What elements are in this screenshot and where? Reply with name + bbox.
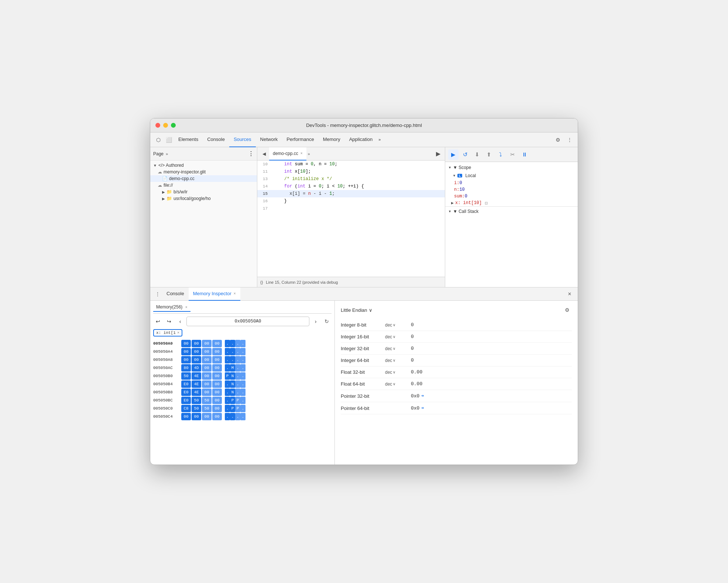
hex-byte[interactable]: 00 xyxy=(181,356,191,363)
tab-performance[interactable]: Performance xyxy=(282,132,318,147)
sidebar-item-usr[interactable]: ▶ 📁 usr/local/google/ho xyxy=(150,195,257,202)
hex-byte[interactable]: 00 xyxy=(202,356,212,363)
bottom-panel-close[interactable]: × xyxy=(564,289,575,299)
inspector-icon[interactable]: ⬜ xyxy=(164,135,174,145)
hex-byte[interactable]: 50 xyxy=(192,405,201,412)
hex-char[interactable]: . xyxy=(230,356,235,363)
hex-byte[interactable]: 80 xyxy=(181,364,191,372)
scope-header[interactable]: ▼ ▼ Scope xyxy=(445,163,578,172)
sidebar-item-file[interactable]: ☁ file:// xyxy=(150,182,257,189)
hex-char[interactable]: N xyxy=(230,380,235,388)
hex-char[interactable]: . xyxy=(240,397,245,404)
sidebar-item-authored[interactable]: ▼ </> Authored xyxy=(150,162,257,169)
hex-char[interactable]: . xyxy=(240,372,245,380)
hex-char[interactable]: P xyxy=(230,405,235,412)
cursor-icon[interactable]: ⬡ xyxy=(153,135,164,145)
hex-char[interactable]: M xyxy=(230,364,235,372)
hex-byte[interactable]: 50 xyxy=(202,397,212,404)
deactivate-button[interactable]: ✂ xyxy=(507,149,518,160)
mem-nav-prev[interactable]: ‹ xyxy=(175,317,185,326)
minimize-button[interactable] xyxy=(163,123,168,128)
pause-button[interactable]: ⏸ xyxy=(519,149,529,160)
maximize-button[interactable] xyxy=(171,123,176,128)
more-tabs-button[interactable]: » xyxy=(377,132,382,147)
tab-network[interactable]: Network xyxy=(256,132,282,147)
hex-byte[interactable]: 00 xyxy=(192,340,201,347)
sidebar-options-icon[interactable]: ⋮ xyxy=(248,150,254,157)
tab-application[interactable]: Application xyxy=(345,132,377,147)
hex-char[interactable]: P xyxy=(230,397,235,404)
run-button[interactable]: ▶ xyxy=(433,149,443,159)
tab-sources[interactable]: Sources xyxy=(229,132,256,147)
mem-value-format-select[interactable]: dec ∨ xyxy=(385,358,411,363)
follow-pointer-icon[interactable]: ➜ xyxy=(421,393,424,399)
hex-char[interactable]: . xyxy=(235,356,240,363)
hex-char[interactable]: . xyxy=(225,348,230,355)
hex-char[interactable]: . xyxy=(225,340,230,347)
follow-pointer-icon[interactable]: ➜ xyxy=(421,405,424,411)
hex-char[interactable]: N xyxy=(230,372,235,380)
sidebar-item-democpp[interactable]: 📄 demo-cpp.cc xyxy=(150,175,257,182)
mem-refresh-button[interactable]: ↻ xyxy=(322,317,332,326)
tab-memory[interactable]: Memory xyxy=(319,132,345,147)
local-header[interactable]: ▼ L Local xyxy=(445,172,578,180)
hex-byte[interactable]: 00 xyxy=(202,380,212,388)
hex-char[interactable]: . xyxy=(225,389,230,396)
mem-address-input[interactable] xyxy=(186,317,309,326)
code-tabs-more[interactable]: » xyxy=(306,152,312,156)
hex-char[interactable]: . xyxy=(225,413,230,420)
hex-byte[interactable]: 00 xyxy=(212,397,222,404)
memory-tab[interactable]: Memory(256) × xyxy=(153,304,190,312)
mem-value-format-select[interactable]: dec ∨ xyxy=(385,334,411,339)
tab-console-bottom[interactable]: Console xyxy=(162,287,189,301)
hex-char[interactable]: . xyxy=(230,413,235,420)
hex-char[interactable]: . xyxy=(240,364,245,372)
close-button[interactable] xyxy=(155,123,160,128)
hex-char[interactable]: P xyxy=(225,372,230,380)
hex-char[interactable]: . xyxy=(225,356,230,363)
hex-byte[interactable]: 50 xyxy=(192,397,201,404)
scope-item-x[interactable]: ▶ x: int[10] ⊡ xyxy=(445,200,578,206)
hex-byte[interactable]: C8 xyxy=(181,405,191,412)
hex-byte[interactable]: 4E xyxy=(192,380,201,388)
step-out-button[interactable]: ⬆ xyxy=(484,149,494,160)
hex-byte[interactable]: 00 xyxy=(181,413,191,420)
hex-char[interactable]: N xyxy=(230,389,235,396)
hex-char[interactable]: . xyxy=(235,413,240,420)
hex-char[interactable]: P xyxy=(235,397,240,404)
hex-byte[interactable]: 00 xyxy=(212,389,222,396)
memory-inspector-tab-close[interactable]: × xyxy=(234,292,236,296)
hex-char[interactable]: . xyxy=(240,340,245,347)
code-tab-close[interactable]: × xyxy=(301,151,303,155)
hex-char[interactable]: . xyxy=(240,389,245,396)
hex-char[interactable]: . xyxy=(240,413,245,420)
hex-char[interactable]: . xyxy=(225,405,230,412)
hex-byte[interactable]: 00 xyxy=(202,413,212,420)
hex-char[interactable]: . xyxy=(235,340,240,347)
sidebar-item-memory-inspector[interactable]: ☁ memory-inspector.glit xyxy=(150,169,257,175)
hex-byte[interactable]: E0 xyxy=(181,397,191,404)
hex-byte[interactable]: 50 xyxy=(181,372,191,380)
mem-nav-back[interactable]: ↩ xyxy=(153,317,163,326)
hex-char[interactable]: . xyxy=(240,380,245,388)
hex-byte[interactable]: 00 xyxy=(212,340,222,347)
hex-byte[interactable]: E0 xyxy=(181,389,191,396)
code-tab-democpp[interactable]: demo-cpp.cc × xyxy=(269,147,306,161)
hex-char[interactable]: . xyxy=(235,364,240,372)
hex-byte[interactable]: 4D xyxy=(192,364,201,372)
more-options-icon[interactable]: ⋮ xyxy=(564,135,575,145)
hex-char[interactable]: . xyxy=(225,397,230,404)
hex-byte[interactable]: 00 xyxy=(212,372,222,380)
mem-nav-next[interactable]: › xyxy=(311,317,320,326)
hex-byte[interactable]: 00 xyxy=(202,348,212,355)
hex-char[interactable]: . xyxy=(230,340,235,347)
call-stack-header[interactable]: ▼ ▼ Call Stack xyxy=(445,206,578,216)
tab-elements[interactable]: Elements xyxy=(174,132,203,147)
memory-tab-close[interactable]: × xyxy=(185,305,188,309)
step-over-button[interactable]: ↺ xyxy=(460,149,470,160)
sidebar-more[interactable]: » xyxy=(166,152,168,156)
settings-icon[interactable]: ⚙ xyxy=(553,135,563,145)
hex-char[interactable]: . xyxy=(225,380,230,388)
hex-byte[interactable]: 00 xyxy=(212,364,222,372)
sidebar-item-bsw[interactable]: ▶ 📁 b/s/w/ir xyxy=(150,189,257,195)
